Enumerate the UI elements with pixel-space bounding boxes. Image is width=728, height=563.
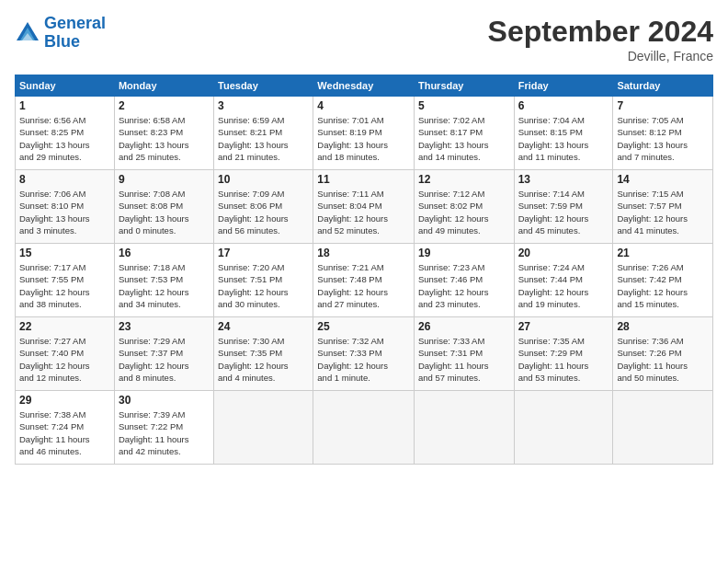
day-info: Sunrise: 7:20 AMSunset: 7:51 PMDaylight:… — [218, 261, 309, 310]
day-info: Sunrise: 7:01 AMSunset: 8:19 PMDaylight:… — [317, 114, 410, 163]
day-info: Sunrise: 7:26 AMSunset: 7:42 PMDaylight:… — [617, 261, 709, 310]
table-row: 15Sunrise: 7:17 AMSunset: 7:55 PMDayligh… — [16, 244, 115, 317]
day-info: Sunrise: 7:32 AMSunset: 7:33 PMDaylight:… — [317, 335, 410, 384]
day-number: 28 — [617, 320, 709, 333]
day-info: Sunrise: 7:05 AMSunset: 8:12 PMDaylight:… — [617, 114, 709, 163]
day-info: Sunrise: 7:02 AMSunset: 8:17 PMDaylight:… — [418, 114, 510, 163]
table-row: 6Sunrise: 7:04 AMSunset: 8:15 PMDaylight… — [514, 97, 613, 170]
calendar-week-row: 8Sunrise: 7:06 AMSunset: 8:10 PMDaylight… — [16, 170, 713, 244]
day-info: Sunrise: 7:38 AMSunset: 7:24 PMDaylight:… — [19, 408, 110, 457]
table-row: 1Sunrise: 6:56 AMSunset: 8:25 PMDaylight… — [16, 97, 115, 170]
table-row: 27Sunrise: 7:35 AMSunset: 7:29 PMDayligh… — [514, 317, 613, 391]
day-number: 6 — [518, 99, 609, 112]
day-number: 30 — [119, 394, 210, 407]
page: General Blue September 2024 Deville, Fra… — [0, 0, 728, 563]
table-row: 4Sunrise: 7:01 AMSunset: 8:19 PMDaylight… — [313, 97, 415, 170]
day-number: 12 — [418, 173, 510, 186]
day-info: Sunrise: 7:17 AMSunset: 7:55 PMDaylight:… — [19, 261, 110, 310]
table-row: 19Sunrise: 7:23 AMSunset: 7:46 PMDayligh… — [414, 244, 514, 317]
day-number: 24 — [218, 320, 309, 333]
location: Deville, France — [488, 49, 713, 63]
day-number: 25 — [317, 320, 410, 333]
calendar-week-row: 15Sunrise: 7:17 AMSunset: 7:55 PMDayligh… — [16, 244, 713, 317]
day-info: Sunrise: 7:24 AMSunset: 7:44 PMDaylight:… — [518, 261, 609, 310]
day-info: Sunrise: 6:59 AMSunset: 8:21 PMDaylight:… — [218, 114, 309, 163]
day-number: 16 — [119, 247, 210, 259]
table-row: 2Sunrise: 6:58 AMSunset: 8:23 PMDaylight… — [114, 97, 213, 170]
table-row: 28Sunrise: 7:36 AMSunset: 7:26 PMDayligh… — [613, 317, 713, 391]
day-info: Sunrise: 7:08 AMSunset: 8:08 PMDaylight:… — [119, 188, 210, 236]
day-number: 10 — [218, 173, 309, 186]
month-title: September 2024 — [488, 15, 713, 49]
col-saturday: Saturday — [613, 75, 713, 97]
day-number: 26 — [418, 320, 510, 333]
col-monday: Monday — [114, 75, 213, 97]
table-row — [313, 391, 415, 465]
day-info: Sunrise: 7:23 AMSunset: 7:46 PMDaylight:… — [418, 261, 510, 310]
table-row: 10Sunrise: 7:09 AMSunset: 8:06 PMDayligh… — [214, 170, 313, 244]
table-row: 12Sunrise: 7:12 AMSunset: 8:02 PMDayligh… — [414, 170, 514, 244]
table-row: 18Sunrise: 7:21 AMSunset: 7:48 PMDayligh… — [313, 244, 415, 317]
day-info: Sunrise: 6:58 AMSunset: 8:23 PMDaylight:… — [119, 114, 210, 163]
day-number: 8 — [19, 173, 110, 186]
col-wednesday: Wednesday — [313, 75, 415, 97]
day-number: 3 — [218, 99, 309, 112]
day-info: Sunrise: 7:30 AMSunset: 7:35 PMDaylight:… — [218, 335, 309, 384]
calendar: Sunday Monday Tuesday Wednesday Thursday… — [15, 75, 713, 465]
logo-blue: Blue — [44, 32, 80, 51]
day-info: Sunrise: 7:14 AMSunset: 7:59 PMDaylight:… — [518, 188, 609, 236]
day-info: Sunrise: 6:56 AMSunset: 8:25 PMDaylight:… — [19, 114, 110, 163]
day-info: Sunrise: 7:39 AMSunset: 7:22 PMDaylight:… — [119, 408, 210, 457]
day-info: Sunrise: 7:15 AMSunset: 7:57 PMDaylight:… — [617, 188, 709, 236]
day-number: 27 — [518, 320, 609, 333]
day-number: 18 — [317, 247, 410, 259]
day-number: 19 — [418, 247, 510, 259]
calendar-week-row: 1Sunrise: 6:56 AMSunset: 8:25 PMDaylight… — [16, 97, 713, 170]
logo-general: General — [44, 14, 106, 32]
day-number: 29 — [19, 394, 110, 407]
table-row: 17Sunrise: 7:20 AMSunset: 7:51 PMDayligh… — [214, 244, 313, 317]
day-number: 14 — [617, 173, 709, 186]
logo-icon — [15, 20, 40, 46]
day-number: 13 — [518, 173, 609, 186]
table-row — [613, 391, 713, 465]
day-number: 20 — [518, 247, 609, 259]
day-number: 22 — [19, 320, 110, 333]
day-info: Sunrise: 7:35 AMSunset: 7:29 PMDaylight:… — [518, 335, 609, 384]
table-row: 23Sunrise: 7:29 AMSunset: 7:37 PMDayligh… — [114, 317, 213, 391]
table-row: 21Sunrise: 7:26 AMSunset: 7:42 PMDayligh… — [613, 244, 713, 317]
table-row: 9Sunrise: 7:08 AMSunset: 8:08 PMDaylight… — [114, 170, 213, 244]
title-block: September 2024 Deville, France — [488, 15, 713, 63]
day-number: 11 — [317, 173, 410, 186]
day-number: 23 — [119, 320, 210, 333]
day-info: Sunrise: 7:12 AMSunset: 8:02 PMDaylight:… — [418, 188, 510, 236]
col-friday: Friday — [514, 75, 613, 97]
col-tuesday: Tuesday — [214, 75, 313, 97]
logo: General Blue — [15, 15, 106, 52]
table-row: 5Sunrise: 7:02 AMSunset: 8:17 PMDaylight… — [414, 97, 514, 170]
day-number: 17 — [218, 247, 309, 259]
table-row: 14Sunrise: 7:15 AMSunset: 7:57 PMDayligh… — [613, 170, 713, 244]
day-info: Sunrise: 7:06 AMSunset: 8:10 PMDaylight:… — [19, 188, 110, 236]
table-row: 20Sunrise: 7:24 AMSunset: 7:44 PMDayligh… — [514, 244, 613, 317]
table-row: 30Sunrise: 7:39 AMSunset: 7:22 PMDayligh… — [114, 391, 213, 465]
table-row: 26Sunrise: 7:33 AMSunset: 7:31 PMDayligh… — [414, 317, 514, 391]
day-number: 15 — [19, 247, 110, 259]
day-info: Sunrise: 7:09 AMSunset: 8:06 PMDaylight:… — [218, 188, 309, 236]
table-row — [414, 391, 514, 465]
day-number: 5 — [418, 99, 510, 112]
day-info: Sunrise: 7:18 AMSunset: 7:53 PMDaylight:… — [119, 261, 210, 310]
day-info: Sunrise: 7:29 AMSunset: 7:37 PMDaylight:… — [119, 335, 210, 384]
col-thursday: Thursday — [414, 75, 514, 97]
table-row: 8Sunrise: 7:06 AMSunset: 8:10 PMDaylight… — [16, 170, 115, 244]
table-row — [214, 391, 313, 465]
day-info: Sunrise: 7:11 AMSunset: 8:04 PMDaylight:… — [317, 188, 410, 236]
table-row: 25Sunrise: 7:32 AMSunset: 7:33 PMDayligh… — [313, 317, 415, 391]
day-number: 21 — [617, 247, 709, 259]
table-row: 3Sunrise: 6:59 AMSunset: 8:21 PMDaylight… — [214, 97, 313, 170]
calendar-week-row: 29Sunrise: 7:38 AMSunset: 7:24 PMDayligh… — [16, 391, 713, 465]
calendar-header-row: Sunday Monday Tuesday Wednesday Thursday… — [16, 75, 713, 97]
logo-text: General Blue — [44, 15, 106, 52]
day-info: Sunrise: 7:04 AMSunset: 8:15 PMDaylight:… — [518, 114, 609, 163]
table-row: 13Sunrise: 7:14 AMSunset: 7:59 PMDayligh… — [514, 170, 613, 244]
